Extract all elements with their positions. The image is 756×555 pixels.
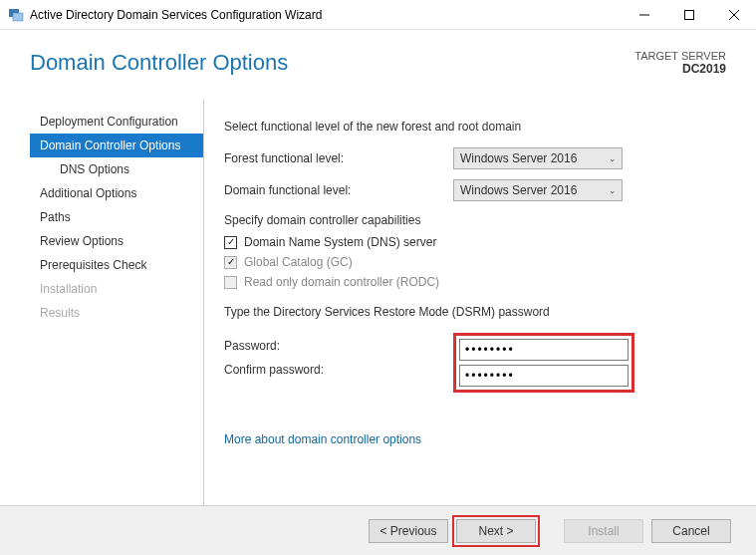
domain-functional-label: Domain functional level: [224, 183, 453, 197]
app-icon [8, 7, 24, 23]
password-input[interactable]: •••••••• [459, 339, 629, 361]
footer: < Previous Next > Install Cancel [0, 505, 756, 555]
confirm-password-input[interactable]: •••••••• [459, 365, 629, 387]
domain-functional-dropdown[interactable]: Windows Server 2016 ⌄ [453, 179, 623, 201]
forest-functional-dropdown[interactable]: Windows Server 2016 ⌄ [453, 147, 623, 169]
target-server-info: TARGET SERVER DC2019 [634, 50, 726, 76]
close-button[interactable] [711, 0, 756, 30]
content-pane: Select functional level of the new fores… [204, 100, 726, 505]
cancel-button[interactable]: Cancel [651, 519, 731, 543]
nav-domain-controller-options[interactable]: Domain Controller Options [30, 134, 203, 157]
svg-rect-3 [684, 10, 693, 19]
header: Domain Controller Options TARGET SERVER … [0, 30, 756, 100]
install-button: Install [564, 519, 643, 543]
title-bar: Active Directory Domain Services Configu… [0, 0, 756, 30]
rodc-checkbox [224, 276, 237, 289]
nav-paths[interactable]: Paths [30, 205, 203, 229]
window-title: Active Directory Domain Services Configu… [30, 8, 622, 22]
nav-deployment-configuration[interactable]: Deployment Configuration [30, 110, 203, 134]
target-server-label: TARGET SERVER [634, 50, 726, 62]
password-label: Password: [224, 339, 453, 353]
target-server-name: DC2019 [634, 62, 726, 76]
minimize-button[interactable] [622, 0, 666, 30]
wizard-nav: Deployment Configuration Domain Controll… [30, 100, 204, 505]
functional-level-section: Select functional level of the new fores… [224, 120, 726, 134]
previous-button[interactable]: < Previous [369, 519, 448, 543]
rodc-checkbox-label: Read only domain controller (RODC) [244, 275, 439, 289]
maximize-button[interactable] [666, 0, 711, 30]
dsrm-section: Type the Directory Services Restore Mode… [224, 305, 726, 319]
next-button[interactable]: Next > [456, 519, 536, 543]
page-title: Domain Controller Options [30, 50, 726, 76]
dns-checkbox-label: Domain Name System (DNS) server [244, 235, 436, 249]
nav-installation: Installation [30, 277, 203, 301]
nav-prerequisites-check[interactable]: Prerequisites Check [30, 253, 203, 277]
gc-checkbox [224, 256, 237, 269]
forest-functional-label: Forest functional level: [224, 151, 453, 165]
dns-checkbox[interactable] [224, 236, 237, 249]
confirm-password-label: Confirm password: [224, 363, 453, 377]
domain-functional-value: Windows Server 2016 [460, 183, 577, 197]
capabilities-section: Specify domain controller capabilities [224, 213, 726, 227]
chevron-down-icon: ⌄ [609, 153, 617, 163]
nav-additional-options[interactable]: Additional Options [30, 181, 203, 205]
nav-results: Results [30, 301, 203, 325]
forest-functional-value: Windows Server 2016 [460, 151, 577, 165]
gc-checkbox-label: Global Catalog (GC) [244, 255, 353, 269]
chevron-down-icon: ⌄ [609, 185, 617, 195]
nav-dns-options[interactable]: DNS Options [30, 157, 203, 181]
svg-rect-1 [13, 13, 23, 21]
more-options-link[interactable]: More about domain controller options [224, 432, 421, 446]
nav-review-options[interactable]: Review Options [30, 229, 203, 253]
